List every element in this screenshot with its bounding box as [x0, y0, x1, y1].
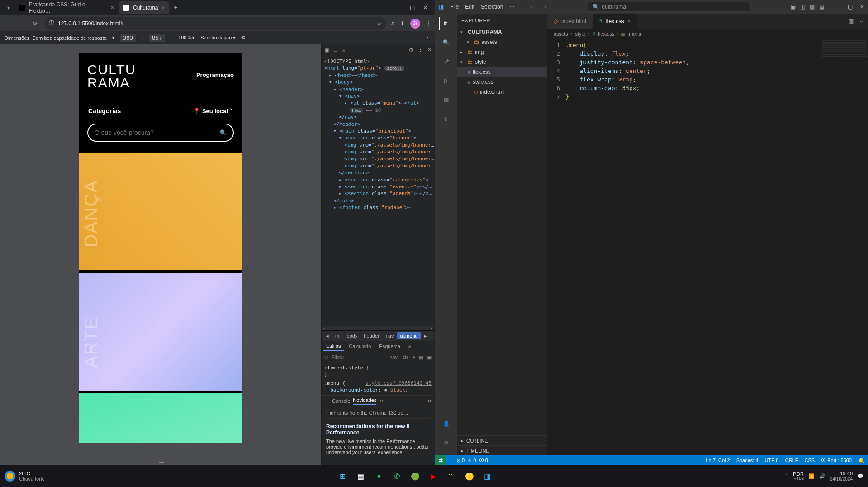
cls-icon[interactable]: .cls	[401, 354, 409, 360]
tab-console[interactable]: Console	[332, 398, 350, 404]
tab-flex-css[interactable]: # flex.css ×	[593, 14, 638, 29]
editor-breadcrumb[interactable]: assets› style› #flex.css› ⧈.menu	[547, 29, 868, 39]
nav-back-icon[interactable]: ←	[530, 4, 536, 10]
code-editor[interactable]: 1234567 .menu{ display: flex; justify-co…	[547, 39, 868, 455]
menu-local[interactable]: 📍 Seu local ˅	[193, 108, 233, 115]
tray-time[interactable]: 19:40	[830, 471, 853, 476]
folder-style[interactable]: style	[475, 59, 486, 65]
more-panels-icon[interactable]: »	[342, 48, 345, 53]
banner-dance[interactable]: DANÇA	[79, 153, 242, 270]
file-index-html[interactable]: index.html	[480, 89, 505, 95]
tab-calculado[interactable]: Calculado	[345, 342, 375, 350]
status-bell-icon[interactable]: 🔔	[858, 458, 864, 463]
throttle-select[interactable]: Sem limitação ▾	[200, 35, 236, 41]
weather-widget[interactable]: 28°C Chuva forte	[5, 471, 45, 482]
kebab-icon[interactable]: ⋮	[418, 47, 423, 53]
kebab-icon[interactable]: ⋮	[425, 35, 430, 41]
file-tree[interactable]: ▾CULTURAMA ▾🗀 assets ▸🗀 img ▾🗀 style # f…	[457, 27, 547, 435]
close-icon[interactable]: ×	[111, 5, 114, 11]
explorer-icon[interactable]: 🗀	[444, 469, 459, 483]
notifications-icon[interactable]: 💬	[857, 473, 863, 479]
tray-chevron-icon[interactable]: ˄	[786, 473, 788, 479]
music-icon[interactable]: ♫	[391, 20, 395, 27]
youtube-icon[interactable]: ▶	[426, 469, 441, 483]
close-icon[interactable]: ✕	[427, 47, 432, 53]
menu-categorias[interactable]: Categorias	[88, 107, 121, 115]
tab-list-icon[interactable]: ▾	[3, 2, 14, 14]
file-style-css[interactable]: style.css	[473, 79, 493, 85]
start-icon[interactable]: ⊞	[336, 469, 350, 483]
close-drawer-icon[interactable]: ✕	[427, 398, 432, 404]
layout-icon[interactable]: ▦	[819, 4, 824, 10]
inspect-icon[interactable]: ▣	[324, 47, 329, 53]
folder-img[interactable]: img	[475, 49, 484, 55]
elements-breadcrumb[interactable]: ◂ ml body header nav ul.menu ▸	[322, 330, 434, 341]
explorer-icon[interactable]: 🗎	[439, 17, 452, 30]
maximize-icon[interactable]: ▢	[848, 4, 853, 10]
timeline-section[interactable]: ▸TIMELINE	[457, 445, 547, 455]
download-icon[interactable]: ⬇	[400, 20, 405, 27]
computed-icon[interactable]: ▤	[419, 354, 423, 360]
device-label[interactable]: Dimensões: Com boa capacidade de respost…	[5, 35, 107, 41]
close-icon[interactable]: ×	[627, 18, 631, 24]
new-tab-button[interactable]: +	[169, 5, 182, 11]
search-input[interactable]	[95, 129, 200, 136]
search-box[interactable]: 🔍	[87, 124, 234, 142]
elements-tree[interactable]: <!DOCTYPE html> <html lang="pt-br"> scro…	[322, 56, 434, 326]
minimap[interactable]	[822, 40, 867, 58]
status-encoding[interactable]: UTF-8	[765, 458, 779, 463]
layout-icon[interactable]: ◫	[800, 4, 805, 10]
status-spaces[interactable]: Spaces: 4	[736, 458, 759, 463]
zoom-select[interactable]: 100% ▾	[178, 35, 195, 41]
status-port[interactable]: ⦿ Port : 5500	[821, 458, 852, 463]
style-rules[interactable]: element.style { } .menu { style.css?…096…	[322, 363, 434, 395]
tab-novidades[interactable]: Novidades	[353, 397, 376, 405]
menu-edit[interactable]: Edit	[465, 4, 474, 10]
banner-art[interactable]: ARTE	[79, 273, 242, 391]
reload-icon[interactable]: ⟳	[31, 20, 40, 27]
viewport-resize-handle[interactable]	[0, 459, 321, 466]
spotify-icon[interactable]: ●	[372, 469, 386, 483]
more-icon[interactable]: »	[405, 342, 415, 350]
search-icon[interactable]: 🔍	[220, 129, 227, 136]
menu-file[interactable]: File	[450, 4, 459, 10]
whatsapp-icon[interactable]: ✆	[390, 469, 404, 483]
star-icon[interactable]: ☆	[377, 20, 382, 27]
plus-icon[interactable]: +	[413, 354, 415, 360]
omnibox[interactable]: ⓘ 127.0.0.1:5500/index.html# ☆	[44, 17, 386, 30]
close-icon[interactable]: ✕	[860, 4, 864, 10]
command-center[interactable]: 🔍 culturama	[588, 2, 750, 12]
status-errors[interactable]: ⊘ 0 ⚠ 0 ⦿ 0	[456, 458, 488, 463]
device-height-input[interactable]	[149, 34, 165, 42]
gear-icon[interactable]: ⚙	[409, 47, 413, 53]
device-mode-icon[interactable]: ☐	[333, 47, 338, 53]
forward-icon[interactable]: →	[17, 20, 26, 27]
debug-icon[interactable]: ▷	[440, 74, 452, 87]
chrome-tab-1[interactable]: Culturama ×	[119, 1, 169, 14]
split-editor-icon[interactable]: ▥	[849, 18, 854, 24]
status-cursor[interactable]: Ln 7, Col 2	[706, 458, 730, 463]
account-icon[interactable]: 👤	[440, 417, 452, 430]
volume-icon[interactable]: 🔊	[819, 473, 825, 479]
layout-icon[interactable]: ▥	[810, 4, 815, 10]
kebab-icon[interactable]: ⋯	[538, 18, 543, 24]
file-flex-css[interactable]: flex.css	[473, 69, 491, 75]
device-frame[interactable]: CULTURAMA Programação Categorias 📍 Seu l…	[79, 53, 242, 443]
close-icon[interactable]: ×	[380, 398, 383, 404]
back-icon[interactable]: ←	[4, 20, 13, 27]
outline-section[interactable]: ▸OUTLINE	[457, 435, 547, 445]
close-icon[interactable]: ×	[161, 5, 165, 11]
wifi-icon[interactable]: 📶	[808, 473, 815, 479]
status-eol[interactable]: CRLF	[785, 458, 798, 463]
chrome-canary-icon[interactable]: 🟡	[462, 469, 477, 483]
kebab-icon[interactable]: ⋮	[324, 398, 329, 404]
hov-icon[interactable]: :hov	[388, 354, 398, 360]
tab-index-html[interactable]: ◇ index.html	[547, 14, 593, 29]
menu-programacao[interactable]: Programação	[196, 72, 234, 78]
minimize-icon[interactable]: —	[835, 4, 840, 10]
banner-green[interactable]	[79, 393, 242, 443]
minimize-icon[interactable]: —	[396, 5, 402, 11]
status-lang[interactable]: CSS	[804, 458, 815, 463]
layout-icon[interactable]: ▣	[791, 4, 796, 10]
vscode-taskbar-icon[interactable]: ◨	[480, 469, 495, 483]
